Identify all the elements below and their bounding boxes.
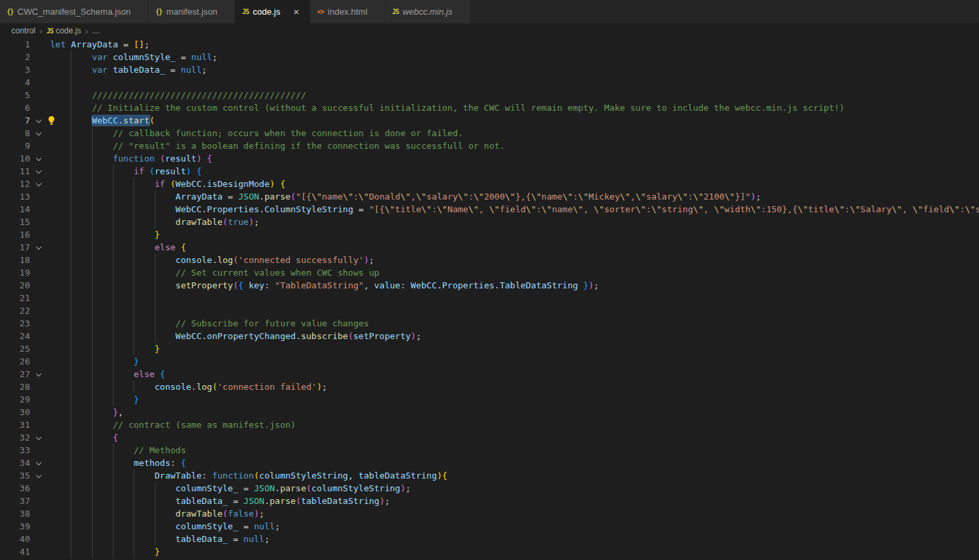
code-line[interactable]: 30 }, — [0, 406, 979, 418]
code-line[interactable]: 26 } — [0, 355, 979, 368]
close-tab-icon[interactable]: × — [291, 7, 302, 17]
code-line[interactable]: 17 else { — [0, 241, 979, 254]
fold-chevron-down-icon[interactable] — [34, 127, 45, 139]
code-token: JSON — [254, 483, 274, 493]
code-line[interactable]: 8 // callback function; occurs when the … — [0, 127, 979, 139]
code-line[interactable]: 9 // "result" is a boolean defining if t… — [0, 139, 979, 152]
code-line[interactable]: 27 else { — [0, 368, 979, 380]
fold-chevron-down-icon[interactable] — [34, 368, 45, 380]
breadcrumb-item-…[interactable]: … — [92, 26, 100, 35]
code-token: salary — [646, 192, 677, 202]
breadcrumb-item-code.js[interactable]: JScode.js — [46, 26, 81, 35]
code-line[interactable]: 5 //////////////////////////////////////… — [0, 89, 979, 101]
tab-manifest.json[interactable]: {}manifest.json — [149, 0, 236, 23]
code-line[interactable]: 41 } — [0, 545, 979, 558]
indent-guide — [71, 228, 71, 241]
tab-webcc.min.js[interactable]: JSwebcc.min.js — [385, 0, 470, 23]
indent-guide — [113, 520, 114, 533]
indent-guide — [71, 545, 71, 558]
tab-code.js[interactable]: JScode.js× — [235, 0, 310, 23]
code-token: = — [238, 521, 254, 531]
code-line[interactable]: 20 setProperty({ key: "TableDataString",… — [0, 279, 979, 292]
code-token: \" — [343, 192, 353, 202]
indent-guide — [71, 342, 71, 355]
code-token: columnStyle_ — [176, 483, 238, 493]
indent-guide — [134, 507, 134, 520]
code-line[interactable]: 11 if (result) { — [0, 165, 979, 178]
fold-chevron-down-icon[interactable] — [34, 469, 45, 482]
code-line[interactable]: 12 if (WebCC.isDesignMode) { — [0, 178, 979, 190]
indent-guide — [71, 63, 71, 76]
fold-chevron-down-icon[interactable] — [34, 178, 45, 190]
code-line[interactable]: 32 { — [0, 431, 979, 444]
code-token: \" — [693, 204, 704, 214]
indent-guide — [134, 254, 134, 266]
code-line[interactable]: 31 // contract (same as manifest.json) — [0, 418, 979, 431]
indent — [50, 382, 155, 392]
code-line[interactable]: 23 // Subscribe for future value changes — [0, 317, 979, 330]
tab-index.html[interactable]: <>index.html — [311, 0, 385, 23]
code-token: sala — [976, 204, 979, 214]
code-line[interactable]: 13 ArrayData = JSON.parse("[{\"name\":\"… — [0, 190, 979, 203]
code-line[interactable]: 35 DrawTable: function(columnStyleString… — [0, 469, 979, 482]
code-line[interactable]: 38 drawTable(false); — [0, 507, 979, 520]
code-token: . — [264, 496, 270, 506]
code-token: // "result" is a boolean defining if the… — [113, 141, 505, 151]
code-line[interactable]: 22 — [0, 304, 979, 317]
code-line[interactable]: 16 } — [0, 228, 979, 241]
code-line[interactable]: 40 tableData_ = null; — [0, 533, 979, 545]
code-token: { — [442, 471, 447, 481]
fold-chevron-down-icon[interactable] — [34, 431, 45, 444]
code-token: // Set current values when CWC shows up — [176, 268, 379, 278]
code-line-content — [50, 304, 176, 317]
code-token: : — [400, 280, 411, 290]
line-number: 18 — [0, 254, 30, 266]
code-line[interactable]: 3 var tableData_ = null; — [0, 63, 979, 76]
code-line[interactable]: 10 function (result) { — [0, 152, 979, 165]
code-line[interactable]: 19 // Set current values when CWC shows … — [0, 266, 979, 279]
code-line[interactable]: 15 drawTable(true); — [0, 216, 979, 228]
code-line[interactable]: 36 columnStyle_ = JSON.parse(columnStyle… — [0, 482, 979, 495]
code-line[interactable]: 28 console.log('connection failed'); — [0, 380, 979, 393]
line-number: 29 — [0, 393, 30, 406]
fold-chevron-down-icon[interactable] — [34, 152, 45, 165]
code-token: \" — [594, 204, 604, 214]
code-line[interactable]: 24 WebCC.onPropertyChanged.subscribe(set… — [0, 330, 979, 342]
code-line-content: } — [50, 228, 160, 241]
code-line[interactable]: 29 } — [0, 393, 979, 406]
indent-guide — [92, 178, 93, 190]
code-token: true — [228, 217, 248, 227]
fold-chevron-down-icon[interactable] — [34, 165, 45, 178]
fold-chevron-down-icon[interactable] — [34, 457, 45, 469]
code-token: start — [124, 115, 150, 125]
code-line[interactable]: 18 console.log('connected successfully')… — [0, 254, 979, 266]
code-line[interactable]: 39 columnStyle_ = null; — [0, 520, 979, 533]
indent-guide — [71, 76, 71, 89]
indent-guide — [113, 203, 114, 216]
fold-chevron-down-icon[interactable] — [34, 241, 45, 254]
code-line[interactable]: 6 // Initialize the custom control (with… — [0, 101, 979, 114]
indent-guide — [134, 266, 134, 279]
code-line[interactable]: 4 — [0, 76, 979, 89]
code-line-content: ////////////////////////////////////////… — [50, 89, 307, 101]
code-token: . — [202, 179, 207, 189]
tab-CWC_manifest_Schema.json[interactable]: {}CWC_manifest_Schema.json — [0, 0, 149, 23]
code-line[interactable]: 2 var columnStyle_ = null; — [0, 51, 979, 63]
line-number: 31 — [0, 418, 30, 431]
code-line[interactable]: 33 // Methods — [0, 444, 979, 457]
code-line[interactable]: 7 WebCC.start( — [0, 114, 979, 127]
code-token: drawTable — [176, 217, 222, 227]
code-line[interactable]: 37 tableData_ = JSON.parse(tableDataStri… — [0, 495, 979, 507]
code-line[interactable]: 25 } — [0, 342, 979, 355]
breadcrumb-item-control[interactable]: control — [11, 26, 35, 35]
code-line[interactable]: 14 WebCC.Properties.ColumnStyleString = … — [0, 203, 979, 216]
indent-guide — [71, 355, 71, 368]
code-line[interactable]: 21 — [0, 292, 979, 304]
code-editor[interactable]: 1let ArrayData = [];2 var columnStyle_ =… — [0, 38, 979, 558]
fold-chevron-down-icon[interactable] — [34, 114, 45, 127]
code-token: \" — [458, 192, 469, 202]
code-line[interactable]: 1let ArrayData = []; — [0, 38, 979, 51]
code-token: parse — [270, 496, 296, 506]
code-token: Mickey — [588, 192, 620, 202]
code-line[interactable]: 34 methods: { — [0, 457, 979, 469]
